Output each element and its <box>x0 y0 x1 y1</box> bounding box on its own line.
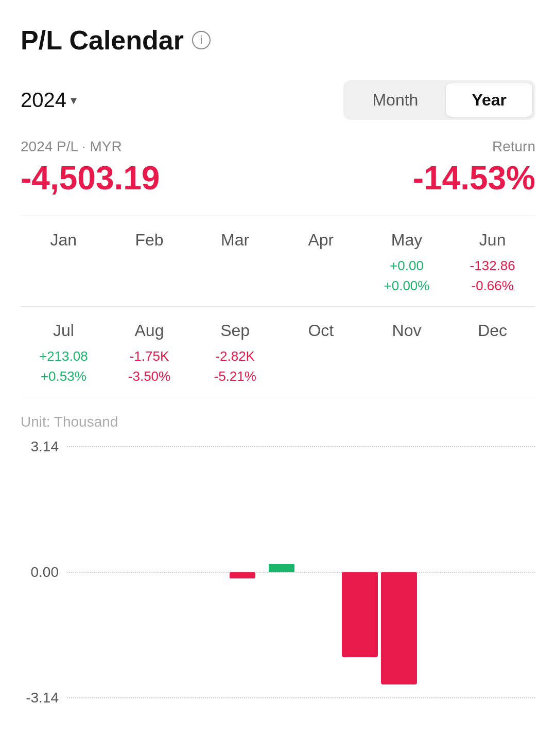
month-oct: Oct <box>278 321 364 340</box>
bar-feb <box>106 438 145 706</box>
chart-bot-label: -3.14 <box>21 690 67 706</box>
pl-return-value: -14.53% <box>413 159 535 197</box>
return-label: Return <box>492 138 535 155</box>
view-toggle-group: Month Year <box>343 80 535 120</box>
bar-apr <box>184 438 223 706</box>
cal-cell-jul[interactable]: Jul +213.08+0.53% <box>21 307 107 397</box>
cal-cell-dec[interactable]: Dec <box>449 307 535 397</box>
bar-may-rect <box>230 572 255 578</box>
pl-dec <box>449 346 535 366</box>
month-jul: Jul <box>21 321 107 340</box>
month-dec: Dec <box>449 321 535 340</box>
period-label: 2024 P/L · MYR <box>21 138 122 155</box>
controls-row: 2024 ▾ Month Year <box>21 80 535 120</box>
bar-oct <box>418 438 457 706</box>
pl-mar <box>192 256 278 276</box>
pl-values-row: -4,503.19 -14.53% <box>21 159 535 197</box>
month-nov: Nov <box>364 321 450 340</box>
cal-cell-feb[interactable]: Feb <box>107 216 193 307</box>
calendar-grid-row2: Jul +213.08+0.53% Aug -1.75K-3.50% Sep -… <box>21 307 535 397</box>
bar-jan <box>67 438 106 706</box>
month-toggle-button[interactable]: Month <box>346 83 444 117</box>
bar-jun-rect <box>269 564 294 572</box>
bar-dec <box>496 438 535 706</box>
unit-label: Unit: Thousand <box>21 414 535 430</box>
cal-cell-oct[interactable]: Oct <box>278 307 364 397</box>
calendar-grid-row1: Jan Feb Mar Apr May +0.00+0.00% Jun -132… <box>21 216 535 307</box>
pl-meta-row: 2024 P/L · MYR Return <box>21 138 535 155</box>
cal-cell-sep[interactable]: Sep -2.82K-5.21% <box>192 307 278 397</box>
pl-jul: +213.08+0.53% <box>21 346 107 386</box>
month-jun: Jun <box>449 231 535 250</box>
info-icon[interactable]: i <box>192 31 211 49</box>
cal-cell-apr[interactable]: Apr <box>278 216 364 307</box>
bar-aug <box>340 438 379 706</box>
cal-cell-mar[interactable]: Mar <box>192 216 278 307</box>
bar-aug-rect <box>342 572 378 657</box>
cal-cell-aug[interactable]: Aug -1.75K-3.50% <box>107 307 193 397</box>
chart-bars-container <box>67 438 535 706</box>
pl-sep: -2.82K-5.21% <box>192 346 278 386</box>
month-aug: Aug <box>107 321 193 340</box>
cal-cell-jun[interactable]: Jun -132.86-0.66% <box>449 216 535 307</box>
pl-jan <box>21 256 107 276</box>
pl-apr <box>278 256 364 276</box>
pl-jun: -132.86-0.66% <box>449 256 535 296</box>
bar-jul <box>301 438 340 706</box>
pl-main-value: -4,503.19 <box>21 159 160 197</box>
bar-mar <box>145 438 184 706</box>
chart-area: 3.14 0.00 -3.14 <box>21 438 535 706</box>
chart-top-label: 3.14 <box>21 438 67 455</box>
month-apr: Apr <box>278 231 364 250</box>
bar-jun <box>262 438 301 706</box>
pl-may: +0.00+0.00% <box>364 256 450 296</box>
month-may: May <box>364 231 450 250</box>
year-value: 2024 <box>21 89 66 112</box>
month-feb: Feb <box>107 231 193 250</box>
pl-aug: -1.75K-3.50% <box>107 346 193 386</box>
pl-nov <box>364 346 450 366</box>
pl-feb <box>107 256 193 276</box>
month-jan: Jan <box>21 231 107 250</box>
bar-may <box>223 438 262 706</box>
month-sep: Sep <box>192 321 278 340</box>
cal-cell-may[interactable]: May +0.00+0.00% <box>364 216 450 307</box>
cal-cell-jan[interactable]: Jan <box>21 216 107 307</box>
chart-mid-label: 0.00 <box>21 564 67 581</box>
title-text: P/L Calendar <box>21 25 184 56</box>
year-toggle-button[interactable]: Year <box>446 83 532 117</box>
pl-summary: 2024 P/L · MYR Return -4,503.19 -14.53% <box>21 138 535 197</box>
bar-nov <box>457 438 496 706</box>
bar-sep-rect <box>381 572 417 684</box>
year-dropdown-arrow: ▾ <box>71 93 77 108</box>
bar-sep <box>379 438 419 706</box>
year-selector[interactable]: 2024 ▾ <box>21 89 77 112</box>
pl-oct <box>278 346 364 366</box>
month-mar: Mar <box>192 231 278 250</box>
cal-cell-nov[interactable]: Nov <box>364 307 450 397</box>
page-title: P/L Calendar i <box>21 25 535 56</box>
